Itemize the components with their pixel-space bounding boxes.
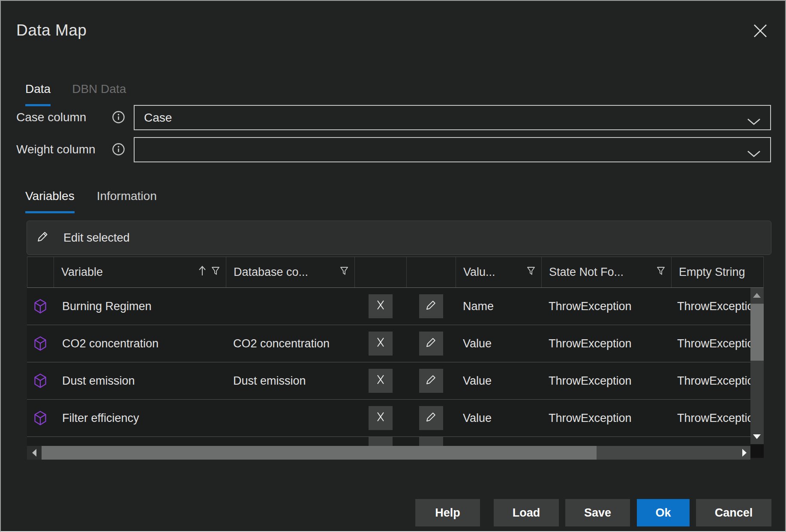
- edit-row-button[interactable]: [419, 406, 443, 430]
- scrollbar-corner: [750, 444, 764, 458]
- data-map-dialog: Data Map Data DBN Data Case column Case …: [0, 0, 786, 532]
- cancel-button[interactable]: Cancel: [696, 499, 771, 526]
- variable-cube-icon: [27, 362, 54, 399]
- chevron-down-icon: [747, 146, 761, 160]
- triangle-left-icon: [32, 449, 36, 457]
- table-row[interactable]: Dust emission Dust emission Value ThrowE…: [27, 362, 764, 400]
- cell-state-not-found: ThrowException: [541, 400, 671, 436]
- header-empty-string[interactable]: Empty String: [672, 257, 763, 287]
- filter-icon[interactable]: [527, 266, 535, 279]
- variables-table: Variable Database co... Valu...: [27, 257, 764, 460]
- header-state-not-found[interactable]: State Not Fo...: [542, 257, 672, 287]
- ok-button[interactable]: Ok: [637, 499, 690, 526]
- tab-information[interactable]: Information: [97, 189, 157, 213]
- variable-cube-icon: [27, 400, 54, 436]
- delete-icon: [375, 412, 386, 425]
- table-header-row: Variable Database co... Valu...: [27, 257, 764, 288]
- delete-row-button[interactable]: [369, 406, 393, 430]
- case-column-value: Case: [144, 111, 172, 125]
- cell-state-not-found: ThrowException: [541, 288, 671, 325]
- cell-database-column: Dust emission: [226, 362, 354, 399]
- cell-variable: Dust emission: [54, 362, 226, 399]
- tab-variables[interactable]: Variables: [25, 189, 75, 213]
- cell-value: Name: [456, 288, 541, 325]
- edit-row-button[interactable]: [419, 437, 443, 446]
- cell-variable: Filter efficiency: [54, 400, 226, 436]
- scroll-down-button[interactable]: [753, 434, 761, 439]
- delete-row-button[interactable]: [369, 294, 393, 318]
- header-delete-column: [355, 257, 407, 287]
- cell-database-column: CO2 concentration: [226, 325, 354, 362]
- table-row[interactable]: CO2 concentration CO2 concentration Valu…: [27, 325, 764, 362]
- cell-state-not-found: ThrowException: [541, 362, 671, 399]
- cell-variable: Burning Regimen: [54, 288, 226, 325]
- cell-value: Value: [456, 325, 541, 362]
- edit-row-button[interactable]: [419, 294, 443, 318]
- main-tab-bar: Data DBN Data: [25, 82, 126, 106]
- case-column-label: Case column: [16, 111, 86, 124]
- cell-empty-string: ThrowException: [671, 325, 764, 362]
- delete-row-button[interactable]: [369, 369, 393, 393]
- scroll-left-button[interactable]: [27, 446, 42, 460]
- cell-variable: CO2 concentration: [54, 325, 226, 362]
- cell-empty-string: ThrowException: [671, 362, 764, 399]
- table-row-partial[interactable]: [27, 437, 764, 446]
- close-button[interactable]: [751, 22, 770, 41]
- delete-icon: [375, 337, 386, 350]
- chevron-down-icon: [747, 114, 761, 128]
- help-button[interactable]: Help: [415, 499, 480, 526]
- delete-row-button[interactable]: [369, 332, 393, 356]
- delete-row-button[interactable]: [369, 437, 393, 446]
- table-row[interactable]: Filter efficiency Value ThrowException T…: [27, 400, 764, 437]
- cell-database-column: [226, 288, 354, 325]
- cell-empty-string: ThrowException: [671, 400, 764, 436]
- table-row[interactable]: Burning Regimen Name ThrowException Thro…: [27, 288, 764, 325]
- weight-column-label: Weight column: [16, 143, 96, 156]
- tab-data[interactable]: Data: [25, 82, 51, 106]
- edit-selected-label: Edit selected: [63, 231, 130, 245]
- cell-database-column: [226, 400, 354, 436]
- header-variable[interactable]: Variable: [54, 257, 226, 287]
- delete-icon: [375, 374, 386, 388]
- load-button[interactable]: Load: [494, 499, 559, 526]
- vertical-scrollbar[interactable]: [750, 288, 764, 444]
- filter-icon[interactable]: [657, 266, 665, 279]
- filter-icon[interactable]: [340, 266, 348, 279]
- header-selector-column: [27, 257, 54, 287]
- edit-row-button[interactable]: [419, 369, 443, 393]
- horizontal-scrollbar-thumb[interactable]: [42, 446, 597, 460]
- close-icon: [753, 23, 768, 40]
- edit-pencil-icon: [37, 230, 49, 245]
- save-button[interactable]: Save: [565, 499, 630, 526]
- scroll-right-button[interactable]: [742, 449, 747, 457]
- cell-value: Value: [456, 362, 541, 399]
- edit-pencil-icon: [426, 374, 437, 388]
- edit-pencil-icon: [426, 299, 437, 314]
- section-tab-bar: Variables Information: [25, 189, 157, 213]
- header-value[interactable]: Valu...: [456, 257, 542, 287]
- weight-column-dropdown[interactable]: [134, 137, 771, 162]
- variable-cube-icon: [27, 325, 54, 362]
- cell-value: Value: [456, 400, 541, 436]
- cell-state-not-found: ThrowException: [541, 325, 671, 362]
- vertical-scrollbar-thumb[interactable]: [750, 304, 764, 361]
- tab-dbn-data[interactable]: DBN Data: [72, 82, 126, 106]
- header-database-column[interactable]: Database co...: [226, 257, 355, 287]
- case-column-info-icon[interactable]: [112, 111, 125, 126]
- page-title: Data Map: [16, 22, 87, 38]
- edit-row-button[interactable]: [419, 332, 443, 356]
- cell-empty-string: ThrowException: [671, 288, 764, 325]
- horizontal-scrollbar[interactable]: [27, 446, 750, 460]
- weight-column-info-icon[interactable]: [112, 143, 125, 158]
- header-edit-column: [407, 257, 456, 287]
- edit-pencil-icon: [426, 337, 437, 351]
- delete-icon: [375, 300, 386, 313]
- sort-ascending-icon[interactable]: [198, 265, 206, 279]
- case-column-dropdown[interactable]: Case: [134, 105, 771, 130]
- scroll-up-button[interactable]: [753, 293, 761, 298]
- edit-pencil-icon: [426, 411, 437, 425]
- edit-selected-button[interactable]: Edit selected: [27, 221, 771, 255]
- filter-icon[interactable]: [211, 266, 220, 279]
- variable-cube-icon: [27, 288, 54, 325]
